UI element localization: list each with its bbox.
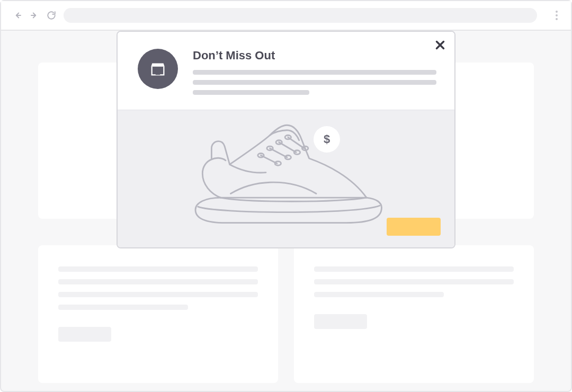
address-bar[interactable] — [64, 8, 537, 23]
placeholder-line — [58, 266, 258, 272]
back-icon[interactable] — [13, 11, 22, 20]
svg-rect-2 — [156, 69, 160, 75]
placeholder-button — [314, 314, 367, 329]
sneaker-illustration — [185, 118, 387, 230]
page-content: Don’t Miss Out — [1, 31, 571, 391]
promo-modal: Don’t Miss Out — [117, 31, 455, 248]
close-icon[interactable] — [433, 38, 447, 52]
modal-title: Don’t Miss Out — [193, 49, 436, 63]
placeholder-line — [58, 279, 258, 284]
dollar-icon: $ — [324, 132, 330, 146]
price-badge: $ — [314, 126, 340, 153]
placeholder-line — [58, 292, 258, 297]
placeholder-line — [314, 279, 514, 284]
placeholder-line — [193, 70, 436, 75]
modal-description — [193, 70, 436, 95]
modal-body: $ — [118, 110, 454, 247]
placeholder-line — [314, 292, 444, 297]
placeholder-button — [58, 327, 111, 342]
content-row — [38, 245, 534, 383]
browser-toolbar — [1, 1, 571, 31]
content-card — [38, 245, 278, 383]
store-icon — [138, 49, 178, 89]
placeholder-line — [193, 80, 436, 85]
browser-menu-icon[interactable] — [552, 11, 561, 20]
reload-icon[interactable] — [47, 11, 56, 20]
cta-button[interactable] — [387, 218, 441, 236]
content-card — [294, 245, 534, 383]
placeholder-line — [314, 266, 514, 272]
modal-header: Don’t Miss Out — [118, 32, 454, 110]
browser-window: Don’t Miss Out — [0, 0, 572, 392]
forward-icon[interactable] — [30, 11, 39, 20]
placeholder-line — [58, 305, 188, 310]
placeholder-line — [193, 90, 309, 95]
